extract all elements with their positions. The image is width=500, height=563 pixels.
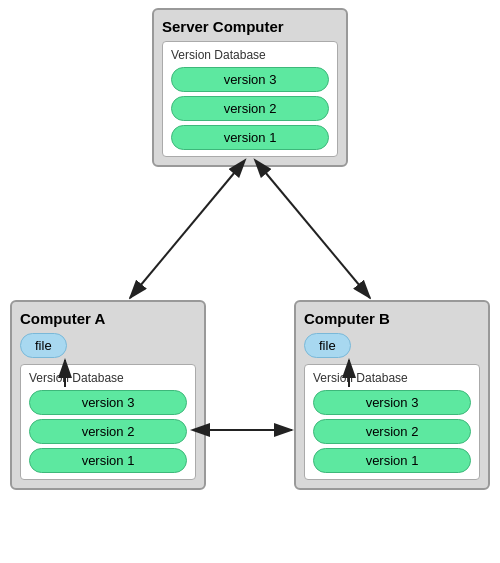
computer-a-file: file xyxy=(20,333,67,358)
computer-b-db-label: Version Database xyxy=(313,371,471,385)
arrow-server-to-b xyxy=(265,172,370,298)
computer-a-version-3: version 3 xyxy=(29,390,187,415)
computer-b-version-2: version 2 xyxy=(313,419,471,444)
computer-b-box: Computer B file Version Database version… xyxy=(294,300,490,490)
computer-b-db-container: Version Database version 3 version 2 ver… xyxy=(304,364,480,480)
computer-b-version-3: version 3 xyxy=(313,390,471,415)
computer-a-version-1: version 1 xyxy=(29,448,187,473)
server-version-2: version 2 xyxy=(171,96,329,121)
server-version-1: version 1 xyxy=(171,125,329,150)
server-db-label: Version Database xyxy=(171,48,329,62)
server-title: Server Computer xyxy=(162,18,338,35)
computer-a-title: Computer A xyxy=(20,310,196,327)
server-version-3: version 3 xyxy=(171,67,329,92)
diagram: Server Computer Version Database version… xyxy=(0,0,500,563)
computer-a-db-container: Version Database version 3 version 2 ver… xyxy=(20,364,196,480)
computer-a-box: Computer A file Version Database version… xyxy=(10,300,206,490)
computer-b-title: Computer B xyxy=(304,310,480,327)
server-computer-box: Server Computer Version Database version… xyxy=(152,8,348,167)
server-db-container: Version Database version 3 version 2 ver… xyxy=(162,41,338,157)
computer-b-version-1: version 1 xyxy=(313,448,471,473)
computer-a-db-label: Version Database xyxy=(29,371,187,385)
arrow-server-to-a xyxy=(130,172,235,298)
computer-a-version-2: version 2 xyxy=(29,419,187,444)
computer-b-file: file xyxy=(304,333,351,358)
